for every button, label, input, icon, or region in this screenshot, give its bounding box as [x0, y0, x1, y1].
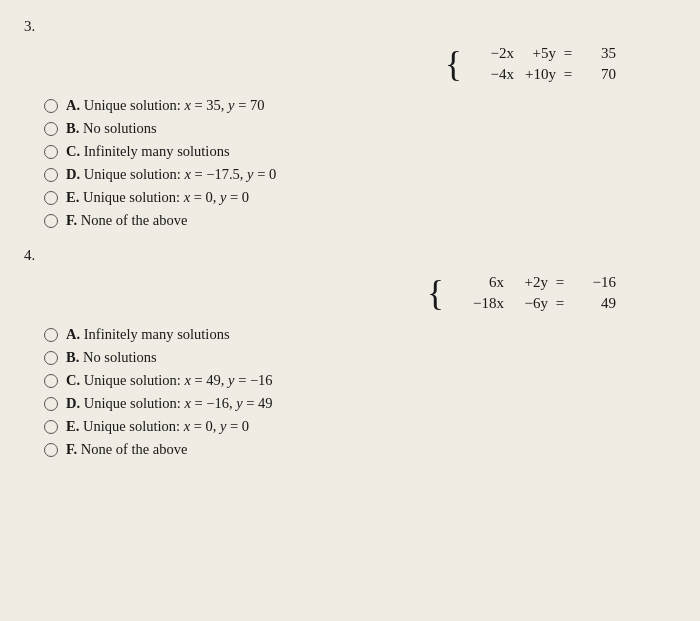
equation-4-1: 6x +2y = −16: [456, 274, 616, 291]
options-list-4: A. Infinitely many solutions B. No solut…: [44, 326, 676, 458]
option-label: C. Unique solution: x = 49, y = −16: [66, 372, 273, 389]
eq3-2-equals: =: [556, 66, 580, 83]
option-label: B. No solutions: [66, 349, 157, 366]
list-item[interactable]: E. Unique solution: x = 0, y = 0: [44, 189, 676, 206]
eq4-2-rhs: 49: [572, 295, 616, 312]
eq3-2-rhs: 70: [580, 66, 616, 83]
question-4: 4. { 6x +2y = −16 −18x −6y = 49: [24, 247, 676, 458]
eq3-1-equals: =: [556, 45, 580, 62]
list-item[interactable]: D. Unique solution: x = −17.5, y = 0: [44, 166, 676, 183]
list-item[interactable]: E. Unique solution: x = 0, y = 0: [44, 418, 676, 435]
eq3-2-term1: −4x: [474, 66, 514, 83]
option-label: F. None of the above: [66, 212, 187, 229]
eq4-1-term1: 6x: [456, 274, 504, 291]
question-3-number: 3.: [24, 18, 676, 35]
eq4-1-term2: +2y: [504, 274, 548, 291]
option-label: D. Unique solution: x = −16, y = 49: [66, 395, 273, 412]
eq3-1-term1: −2x: [474, 45, 514, 62]
eq4-2-term2: −6y: [504, 295, 548, 312]
radio-button[interactable]: [44, 374, 58, 388]
list-item[interactable]: A. Unique solution: x = 35, y = 70: [44, 97, 676, 114]
radio-button[interactable]: [44, 351, 58, 365]
eq4-2-term1: −18x: [456, 295, 504, 312]
option-label: F. None of the above: [66, 441, 187, 458]
radio-button[interactable]: [44, 168, 58, 182]
option-label: A. Infinitely many solutions: [66, 326, 230, 343]
question-4-number: 4.: [24, 247, 676, 264]
radio-button[interactable]: [44, 397, 58, 411]
option-label: B. No solutions: [66, 120, 157, 137]
option-label: E. Unique solution: x = 0, y = 0: [66, 189, 249, 206]
radio-button[interactable]: [44, 420, 58, 434]
eq3-2-term2: +10y: [514, 66, 556, 83]
option-label: A. Unique solution: x = 35, y = 70: [66, 97, 264, 114]
radio-button[interactable]: [44, 214, 58, 228]
equation-system-4: { 6x +2y = −16 −18x −6y = 49: [24, 274, 676, 312]
eq4-2-equals: =: [548, 295, 572, 312]
list-item[interactable]: C. Unique solution: x = 49, y = −16: [44, 372, 676, 389]
eq3-1-rhs: 35: [580, 45, 616, 62]
equation-3-1: −2x +5y = 35: [474, 45, 616, 62]
eq4-1-equals: =: [548, 274, 572, 291]
equation-system-3: { −2x +5y = 35 −4x +10y = 70: [24, 45, 676, 83]
list-item[interactable]: D. Unique solution: x = −16, y = 49: [44, 395, 676, 412]
option-label: C. Infinitely many solutions: [66, 143, 230, 160]
radio-button[interactable]: [44, 328, 58, 342]
brace-icon-3: {: [445, 46, 462, 82]
equation-3-2: −4x +10y = 70: [474, 66, 616, 83]
list-item[interactable]: B. No solutions: [44, 349, 676, 366]
radio-button[interactable]: [44, 191, 58, 205]
list-item[interactable]: A. Infinitely many solutions: [44, 326, 676, 343]
eq4-1-rhs: −16: [572, 274, 616, 291]
list-item[interactable]: C. Infinitely many solutions: [44, 143, 676, 160]
radio-button[interactable]: [44, 99, 58, 113]
question-3: 3. { −2x +5y = 35 −4x +10y = 70: [24, 18, 676, 229]
eq3-1-term2: +5y: [514, 45, 556, 62]
option-label: D. Unique solution: x = −17.5, y = 0: [66, 166, 276, 183]
option-label: E. Unique solution: x = 0, y = 0: [66, 418, 249, 435]
list-item[interactable]: B. No solutions: [44, 120, 676, 137]
radio-button[interactable]: [44, 145, 58, 159]
radio-button[interactable]: [44, 122, 58, 136]
list-item[interactable]: F. None of the above: [44, 441, 676, 458]
radio-button[interactable]: [44, 443, 58, 457]
options-list-3: A. Unique solution: x = 35, y = 70 B. No…: [44, 97, 676, 229]
equation-4-2: −18x −6y = 49: [456, 295, 616, 312]
list-item[interactable]: F. None of the above: [44, 212, 676, 229]
brace-icon-4: {: [427, 275, 444, 311]
